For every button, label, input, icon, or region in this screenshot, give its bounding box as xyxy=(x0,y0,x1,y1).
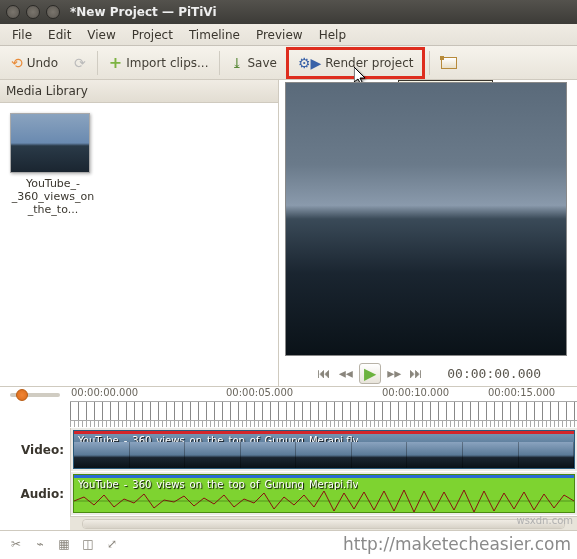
menu-edit[interactable]: Edit xyxy=(40,26,79,44)
media-library-body[interactable]: YouTube_-_360_views_on_the_to... xyxy=(0,103,278,373)
redo-button[interactable]: ⟳ xyxy=(67,52,93,74)
tick-label: 00:00:15.000 xyxy=(488,387,555,398)
video-preview[interactable] xyxy=(285,82,567,356)
footer-bar: ✂ ⌁ ▦ ◫ ⤢ http://maketecheasier.com xyxy=(0,530,577,556)
tick-label: 00:00:10.000 xyxy=(382,387,449,398)
toolbar-separator xyxy=(97,51,98,75)
toolbar-separator xyxy=(219,51,220,75)
menu-file[interactable]: File xyxy=(4,26,40,44)
timeline-tracks: Video: Audio: YouTube_-_360_views_on_the… xyxy=(0,428,577,516)
maximize-window-icon[interactable] xyxy=(46,5,60,19)
transport-bar: ⏮ ◂◂ ▶ ▸▸ ⏭ 00:00:00.000 xyxy=(279,360,577,386)
timeline-ruler-minor xyxy=(70,421,577,427)
timeline-ruler-row: 00:00:00.000 00:00:05.000 00:00:10.000 0… xyxy=(0,386,577,428)
zoom-fit-tool-icon[interactable]: ⤢ xyxy=(102,534,122,554)
timeline-scrollbar[interactable] xyxy=(70,516,577,530)
save-button[interactable]: ⤓ Save xyxy=(224,52,283,74)
step-back-icon[interactable]: ◂◂ xyxy=(337,365,355,381)
clip-filmstrip xyxy=(74,442,574,468)
fullscreen-button[interactable] xyxy=(434,54,464,72)
window-titlebar: *New Project — PiTiVi xyxy=(0,0,577,24)
redo-icon: ⟳ xyxy=(74,55,86,71)
preview-panel: ⏮ ◂◂ ▶ ▸▸ ⏭ 00:00:00.000 xyxy=(279,80,577,386)
close-window-icon[interactable] xyxy=(6,5,20,19)
clip-thumbnail-icon xyxy=(10,113,90,173)
video-track-label: Video: xyxy=(0,428,70,472)
toolbar: ⟲ Undo ⟳ + Import clips... ⤓ Save ⚙▶ Ren… xyxy=(0,46,577,80)
video-track[interactable]: YouTube_-_360_views_on_the_top_of_Gunung… xyxy=(71,428,577,472)
video-clip[interactable]: YouTube_-_360_views_on_the_top_of_Gunung… xyxy=(73,430,575,469)
tick-label: 00:00:00.000 xyxy=(71,387,138,398)
play-button[interactable]: ▶ xyxy=(359,363,381,384)
save-icon: ⤓ xyxy=(231,55,243,71)
audio-waveform-icon xyxy=(74,489,574,513)
audio-track[interactable]: YouTube_-_360_views_on_the_top_of_Gunung… xyxy=(71,472,577,516)
step-forward-icon[interactable]: ▸▸ xyxy=(385,365,403,381)
undo-icon: ⟲ xyxy=(11,55,23,71)
render-project-button[interactable]: ⚙▶ Render project xyxy=(291,52,421,74)
media-clip-item[interactable]: YouTube_-_360_views_on_the_to... xyxy=(10,113,96,363)
group-tool-icon[interactable]: ▦ xyxy=(54,534,74,554)
watermark-side: wsxdn.com xyxy=(516,515,573,526)
render-label: Render project xyxy=(325,56,413,70)
gear-play-icon: ⚙▶ xyxy=(298,55,321,71)
menu-timeline[interactable]: Timeline xyxy=(181,26,248,44)
clip-label: YouTube_-_360_views_on_the_to... xyxy=(10,177,96,217)
undo-label: Undo xyxy=(27,56,58,70)
goto-start-icon[interactable]: ⏮ xyxy=(315,365,333,381)
menu-project[interactable]: Project xyxy=(124,26,181,44)
cut-tool-icon[interactable]: ✂ xyxy=(6,534,26,554)
unlink-tool-icon[interactable]: ⌁ xyxy=(30,534,50,554)
timeline-ruler[interactable] xyxy=(70,401,577,421)
timecode-display: 00:00:00.000 xyxy=(447,366,541,381)
toolbar-separator xyxy=(429,51,430,75)
watermark-text: http://maketecheasier.com xyxy=(343,534,571,554)
window-title: *New Project — PiTiVi xyxy=(70,5,217,19)
render-highlight-box: ⚙▶ Render project xyxy=(286,47,426,79)
timeline-tick-labels: 00:00:00.000 00:00:05.000 00:00:10.000 0… xyxy=(70,387,577,401)
plus-icon: + xyxy=(109,53,122,72)
minimize-window-icon[interactable] xyxy=(26,5,40,19)
save-label: Save xyxy=(247,56,276,70)
tick-label: 00:00:05.000 xyxy=(226,387,293,398)
goto-end-icon[interactable]: ⏭ xyxy=(407,365,425,381)
zoom-slider-knob[interactable] xyxy=(16,389,28,401)
menu-view[interactable]: View xyxy=(79,26,123,44)
ungroup-tool-icon[interactable]: ◫ xyxy=(78,534,98,554)
audio-clip[interactable]: YouTube_-_360_views_on_the_top_of_Gunung… xyxy=(73,474,575,513)
zoom-control[interactable] xyxy=(0,387,70,428)
undo-button[interactable]: ⟲ Undo xyxy=(4,52,65,74)
fullscreen-icon xyxy=(441,57,457,69)
scrollbar-thumb[interactable] xyxy=(83,520,564,528)
zoom-slider[interactable] xyxy=(10,393,60,397)
import-label: Import clips... xyxy=(126,56,208,70)
menubar: File Edit View Project Timeline Preview … xyxy=(0,24,577,46)
media-library-panel: Media Library YouTube_-_360_views_on_the… xyxy=(0,80,279,386)
media-library-header: Media Library xyxy=(0,80,278,103)
audio-track-label: Audio: xyxy=(0,472,70,516)
import-clips-button[interactable]: + Import clips... xyxy=(102,50,216,75)
menu-preview[interactable]: Preview xyxy=(248,26,311,44)
menu-help[interactable]: Help xyxy=(311,26,354,44)
